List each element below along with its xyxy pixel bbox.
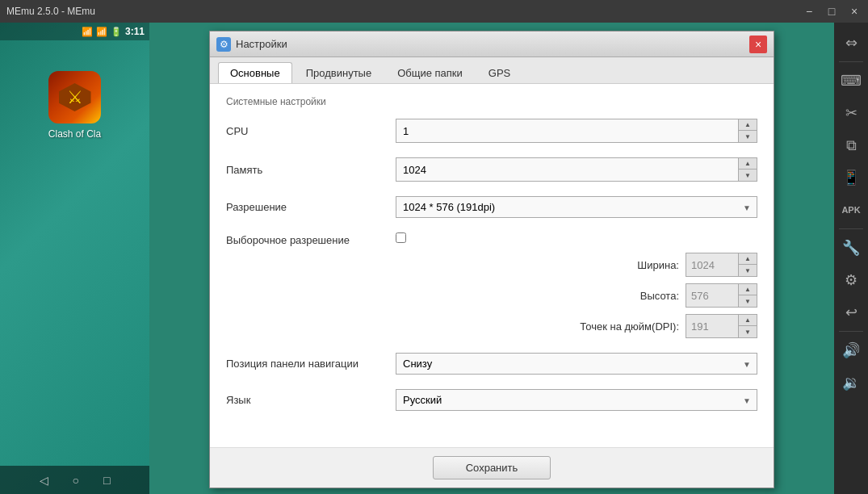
memory-control: ▲ ▼: [396, 157, 757, 182]
dialog-content: Системные настройки CPU ▲ ▼: [210, 84, 774, 447]
custom-res-checkbox[interactable]: [396, 232, 406, 243]
cpu-label: CPU: [226, 125, 396, 137]
tab-advanced[interactable]: Продвинутые: [294, 62, 384, 83]
memory-input[interactable]: [396, 157, 738, 182]
clipboard-sidebar-button[interactable]: ⧉: [836, 130, 866, 161]
resolution-select-wrapper: 1024 * 576 (191dpi) 1280 * 720 (240dpi) …: [396, 196, 757, 218]
back-nav-icon[interactable]: ◁: [40, 474, 48, 487]
android-nav-bar: ◁ ○ □: [0, 466, 149, 494]
window-title: MEmu 2.5.0 - MEmu: [6, 6, 95, 17]
height-decrement-button[interactable]: ▼: [739, 295, 757, 307]
apk-sidebar-button[interactable]: APK: [836, 195, 866, 225]
section-title: Системные настройки: [226, 96, 757, 107]
sidebar-separator-3: [839, 331, 863, 332]
width-input[interactable]: [686, 253, 738, 277]
dpi-spinner-buttons: ▲ ▼: [738, 314, 757, 338]
main-layout: 📶 📶 🔋 3:11 Clash of Cla ◁ ○ □ ⚙ Настр: [0, 23, 868, 494]
width-label: Ширина:: [558, 259, 679, 271]
status-bar: 📶 📶 🔋 3:11: [0, 23, 149, 40]
window-controls: − □ ×: [802, 5, 862, 18]
clock: 3:11: [125, 26, 145, 37]
width-increment-button[interactable]: ▲: [739, 253, 757, 265]
cpu-increment-button[interactable]: ▲: [739, 119, 757, 131]
language-control: Русский English 中文: [396, 389, 757, 411]
custom-res-checkbox-wrapper: [396, 232, 757, 243]
minimize-button[interactable]: −: [802, 5, 816, 18]
nav-position-row: Позиция панели навигации Снизу Сверху: [226, 353, 757, 375]
top-bar: MEmu 2.5.0 - MEmu − □ ×: [0, 0, 868, 23]
back-sidebar-button[interactable]: ↩: [836, 297, 866, 328]
language-row: Язык Русский English 中文: [226, 389, 757, 411]
cpu-row: CPU ▲ ▼: [226, 119, 757, 143]
close-window-button[interactable]: ×: [847, 5, 862, 18]
right-sidebar: ⇔ ⌨ ✂ ⧉ 📱 APK 🔧 ⚙ ↩ 🔊 🔉: [834, 23, 868, 494]
settings-dialog: ⚙ Настройки × Основные Продвинутые Общие…: [209, 31, 774, 488]
cpu-decrement-button[interactable]: ▼: [739, 131, 757, 142]
dialog-footer: Сохранить: [210, 447, 774, 488]
scissors-sidebar-button[interactable]: ✂: [836, 98, 866, 128]
dialog-title-text: Настройки: [236, 38, 287, 50]
cpu-spinner: ▲ ▼: [396, 119, 757, 143]
settings-icon-glyph: ⚙: [220, 39, 229, 50]
dpi-row: Точек на дюйм(DPI): ▲ ▼: [396, 314, 757, 338]
tab-gps[interactable]: GPS: [476, 62, 522, 83]
height-row: Высота: ▲ ▼: [396, 283, 757, 308]
language-select[interactable]: Русский English 中文: [396, 389, 757, 411]
keyboard-sidebar-button[interactable]: ⌨: [836, 65, 866, 96]
app-icon[interactable]: [48, 71, 101, 124]
memory-row: Память ▲ ▼: [226, 157, 757, 182]
width-decrement-button[interactable]: ▼: [739, 265, 757, 276]
wifi-icon: 📶: [82, 27, 93, 37]
dialog-overlay: ⚙ Настройки × Основные Продвинутые Общие…: [149, 23, 834, 494]
memory-spinner-buttons: ▲ ▼: [738, 157, 757, 182]
memory-increment-button[interactable]: ▲: [739, 158, 757, 170]
tools-sidebar-button[interactable]: 🔧: [836, 232, 866, 263]
dialog-title-bar: ⚙ Настройки ×: [210, 31, 774, 57]
cpu-spinner-buttons: ▲ ▼: [738, 119, 757, 143]
width-row: Ширина: ▲ ▼: [396, 253, 757, 277]
tab-shared-folders[interactable]: Общие папки: [385, 62, 475, 83]
cpu-control: ▲ ▼: [396, 119, 757, 143]
emulator-area: 📶 📶 🔋 3:11 Clash of Cla ◁ ○ □: [0, 23, 149, 494]
dialog-title-left: ⚙ Настройки: [216, 37, 287, 52]
cpu-input[interactable]: [396, 119, 738, 143]
volume-up-sidebar-button[interactable]: 🔊: [836, 335, 866, 366]
height-input[interactable]: [686, 283, 738, 308]
custom-res-fields: Ширина: ▲ ▼ Высота:: [396, 232, 757, 338]
memory-decrement-button[interactable]: ▼: [739, 170, 757, 181]
custom-res-label: Выборочное разрешение: [226, 232, 396, 246]
nav-position-select[interactable]: Снизу Сверху: [396, 353, 757, 375]
settings-sidebar-button[interactable]: ⚙: [836, 265, 866, 295]
height-label: Высота:: [558, 290, 679, 302]
dpi-label: Точек на дюйм(DPI):: [558, 320, 679, 333]
recents-nav-icon[interactable]: □: [103, 474, 110, 487]
maximize-button[interactable]: □: [824, 5, 839, 18]
signal-icon: 📶: [96, 27, 107, 37]
height-increment-button[interactable]: ▲: [739, 284, 757, 295]
resolution-select[interactable]: 1024 * 576 (191dpi) 1280 * 720 (240dpi) …: [396, 196, 757, 218]
tab-basic[interactable]: Основные: [218, 62, 292, 83]
custom-resolution-row: Выборочное разрешение Ширина: ▲: [226, 232, 757, 338]
dpi-decrement-button[interactable]: ▼: [739, 326, 757, 337]
dpi-spinner: ▲ ▼: [686, 314, 757, 338]
resolution-label: Разрешение: [226, 201, 396, 213]
dpi-increment-button[interactable]: ▲: [739, 315, 757, 326]
expand-sidebar-button[interactable]: ⇔: [836, 27, 866, 58]
dpi-input[interactable]: [686, 314, 738, 338]
width-spinner-buttons: ▲ ▼: [738, 253, 757, 277]
resolution-control: 1024 * 576 (191dpi) 1280 * 720 (240dpi) …: [396, 196, 757, 218]
phone-sidebar-button[interactable]: 📱: [836, 162, 866, 193]
tabs-bar: Основные Продвинутые Общие папки GPS: [210, 57, 774, 84]
save-button[interactable]: Сохранить: [433, 456, 551, 479]
nav-position-control: Снизу Сверху: [396, 353, 757, 375]
volume-down-sidebar-button[interactable]: 🔉: [836, 367, 866, 398]
dialog-close-button[interactable]: ×: [749, 36, 767, 53]
dialog-icon: ⚙: [216, 37, 231, 52]
nav-position-select-wrapper: Снизу Сверху: [396, 353, 757, 375]
height-spinner: ▲ ▼: [686, 283, 757, 308]
memory-label: Память: [226, 164, 396, 176]
height-spinner-buttons: ▲ ▼: [738, 283, 757, 308]
home-nav-icon[interactable]: ○: [73, 474, 79, 487]
language-select-wrapper: Русский English 中文: [396, 389, 757, 411]
sidebar-separator-1: [839, 61, 863, 62]
